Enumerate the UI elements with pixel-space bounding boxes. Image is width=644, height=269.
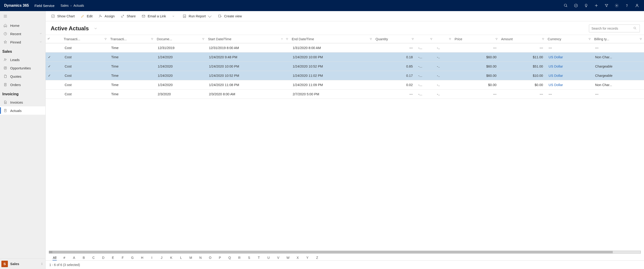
alpha-z[interactable]: Z xyxy=(312,256,322,260)
filter-icon[interactable] xyxy=(370,37,373,41)
alpha-x[interactable]: X xyxy=(293,256,302,260)
currency-link[interactable]: US Dollar xyxy=(549,83,563,87)
row-select-cell[interactable] xyxy=(46,43,62,52)
add-icon[interactable] xyxy=(591,0,602,11)
alpha-a[interactable]: A xyxy=(69,256,79,260)
table-row[interactable]: CostTime1/24/20201/24/2020 10:52 PM1/24/… xyxy=(46,71,644,80)
filter-icon[interactable] xyxy=(202,37,205,41)
breadcrumb-2[interactable]: Actuals xyxy=(74,4,84,7)
task-icon[interactable] xyxy=(571,0,581,11)
nav-opportunities[interactable]: Opportunities xyxy=(0,64,45,72)
alpha-y[interactable]: Y xyxy=(302,256,312,260)
currency-link[interactable]: US Dollar xyxy=(549,64,563,68)
alpha-f[interactable]: F xyxy=(118,256,128,260)
view-selector-chevron[interactable] xyxy=(93,26,98,31)
nav-home[interactable]: Home xyxy=(0,21,45,30)
filter-icon[interactable] xyxy=(588,37,592,41)
nav-pinned[interactable]: Pinned xyxy=(0,38,45,46)
filter-icon[interactable] xyxy=(602,0,612,11)
column-header[interactable]: Start Date/Time xyxy=(206,35,290,43)
select-all-header[interactable] xyxy=(46,35,62,43)
alpha-w[interactable]: W xyxy=(283,256,293,260)
alpha-o[interactable]: O xyxy=(205,256,215,260)
alpha-g[interactable]: G xyxy=(128,256,137,260)
column-header[interactable]: Price xyxy=(453,35,500,43)
alpha-m[interactable]: M xyxy=(186,256,196,260)
alpha-e[interactable]: E xyxy=(108,256,118,260)
row-select-cell[interactable] xyxy=(46,52,62,62)
filter-icon[interactable] xyxy=(104,37,108,41)
gear-icon[interactable] xyxy=(612,0,622,11)
column-header[interactable] xyxy=(434,35,453,43)
column-header[interactable]: Currency xyxy=(546,35,593,43)
column-header[interactable]: Transacti... xyxy=(109,35,155,43)
scroll-left-button[interactable] xyxy=(49,251,52,253)
alpha-b[interactable]: B xyxy=(79,256,89,260)
create-view-button[interactable]: Create view xyxy=(215,12,245,20)
filter-icon[interactable] xyxy=(411,37,414,41)
nav-quotes[interactable]: Quotes xyxy=(0,72,45,80)
alpha-v[interactable]: V xyxy=(274,256,283,260)
row-select-cell[interactable] xyxy=(46,80,62,89)
search-icon[interactable] xyxy=(561,0,571,11)
breadcrumb-1[interactable]: Sales xyxy=(60,4,68,7)
filter-icon[interactable] xyxy=(151,37,154,41)
alpha-c[interactable]: C xyxy=(89,256,98,260)
alpha-n[interactable]: N xyxy=(196,256,205,260)
alpha-d[interactable]: D xyxy=(98,256,108,260)
nav-leads[interactable]: Leads xyxy=(0,55,45,64)
help-icon[interactable] xyxy=(622,0,632,11)
data-grid[interactable]: Transacti...Transacti...Docume...Start D… xyxy=(46,35,644,99)
column-header[interactable]: Transacti... xyxy=(62,35,109,43)
area-switcher[interactable]: S Sales xyxy=(0,258,45,269)
alpha-j[interactable]: J xyxy=(157,256,166,260)
assign-button[interactable]: Assign xyxy=(95,12,118,20)
email-link-split[interactable] xyxy=(169,12,178,20)
currency-link[interactable]: US Dollar xyxy=(549,55,563,59)
alpha-h[interactable]: H xyxy=(137,256,147,260)
nav-orders[interactable]: Orders xyxy=(0,80,45,89)
search-records-input[interactable] xyxy=(592,26,633,30)
alpha-u[interactable]: U xyxy=(264,256,274,260)
nav-actuals[interactable]: Actuals xyxy=(0,106,45,115)
column-header[interactable]: Billing ty... xyxy=(593,35,644,43)
horizontal-scrollbar[interactable] xyxy=(49,251,641,254)
column-header[interactable]: Docume... xyxy=(155,35,206,43)
filter-icon[interactable] xyxy=(448,37,452,41)
table-row[interactable]: CostTime1/24/20201/24/2020 9:48 PM1/24/2… xyxy=(46,52,644,62)
hamburger-button[interactable] xyxy=(0,11,45,21)
run-report-button[interactable]: Run Report xyxy=(180,12,214,20)
row-select-cell[interactable] xyxy=(46,62,62,71)
nav-invoices[interactable]: Invoices xyxy=(0,98,45,106)
alpha-q[interactable]: Q xyxy=(225,256,234,260)
share-button[interactable]: Share xyxy=(117,12,138,20)
table-row[interactable]: CostTime1/24/20201/24/2020 11:08 PM1/24/… xyxy=(46,80,644,89)
table-row[interactable]: CostTime12/31/201912/31/2019 8:00 AM1/31… xyxy=(46,43,644,52)
nav-recent[interactable]: Recent xyxy=(0,30,45,38)
show-chart-button[interactable]: Show Chart xyxy=(48,12,78,20)
table-row[interactable]: CostTime2/3/20202/3/2020 8:00 AM2/7/2020… xyxy=(46,89,644,99)
filter-icon[interactable] xyxy=(495,37,498,41)
alpha-all[interactable]: All xyxy=(50,256,60,260)
filter-icon[interactable] xyxy=(542,37,545,41)
column-header[interactable]: End Date/Time xyxy=(290,35,374,43)
currency-link[interactable]: US Dollar xyxy=(549,74,563,77)
table-row[interactable]: CostTime1/24/20201/24/2020 10:00 PM1/24/… xyxy=(46,62,644,71)
filter-icon[interactable] xyxy=(430,37,433,41)
alpha-#[interactable]: # xyxy=(60,256,69,260)
lightbulb-icon[interactable] xyxy=(581,0,591,11)
alpha-i[interactable]: I xyxy=(147,256,157,260)
search-records[interactable] xyxy=(589,24,640,32)
alpha-t[interactable]: T xyxy=(254,256,264,260)
filter-icon[interactable] xyxy=(639,37,642,41)
email-link-button[interactable]: Email a Link xyxy=(138,12,169,20)
alpha-l[interactable]: L xyxy=(176,256,186,260)
alpha-s[interactable]: S xyxy=(244,256,254,260)
column-header[interactable] xyxy=(416,35,434,43)
alpha-k[interactable]: K xyxy=(166,256,176,260)
filter-icon[interactable] xyxy=(286,37,289,41)
row-select-cell[interactable] xyxy=(46,71,62,80)
user-icon[interactable] xyxy=(632,0,642,11)
edit-button[interactable]: Edit xyxy=(78,12,95,20)
column-header[interactable]: Quantity xyxy=(374,35,416,43)
